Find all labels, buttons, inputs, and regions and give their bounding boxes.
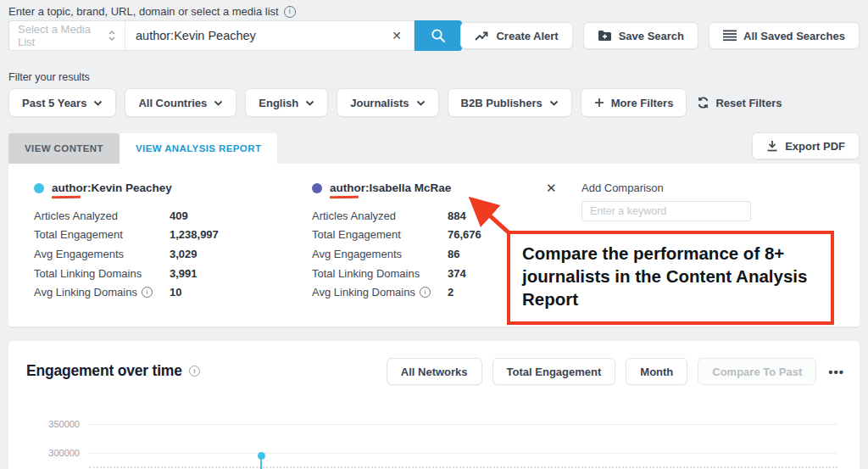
plus-icon	[594, 98, 604, 108]
chart-line-segment	[260, 459, 262, 469]
info-icon[interactable]: i	[142, 287, 153, 298]
clear-search-icon[interactable]: ✕	[390, 29, 403, 42]
more-filters-label: More Filters	[611, 97, 674, 109]
engagement-title: Engagement over time i	[26, 362, 200, 380]
stat-row: Total Engagement 1,238,997	[34, 226, 297, 245]
stat-row: Articles Analyzed 884	[312, 206, 575, 226]
stat-label-text: Avg Linking Domains	[34, 286, 137, 299]
series-2-color-dot	[312, 183, 322, 193]
stat-value: 884	[448, 209, 466, 222]
more-filters-button[interactable]: More Filters	[581, 88, 687, 117]
chevron-down-icon	[549, 100, 559, 106]
view-tabs: VIEW CONTENT VIEW ANALYSIS REPORT	[8, 133, 277, 164]
stat-value: 409	[170, 209, 188, 222]
y-axis-tick: 300000	[36, 448, 80, 458]
filter-results-label: Filter your results	[8, 71, 90, 83]
total-engagement-button[interactable]: Total Engagement	[492, 358, 616, 385]
download-icon	[766, 140, 778, 152]
search-bar: Select a Media List ✕	[8, 20, 462, 51]
search-icon	[430, 27, 447, 44]
create-alert-button[interactable]: Create Alert	[460, 22, 572, 49]
stat-row: Avg Linking Domains i 10	[34, 282, 297, 302]
tab-view-analysis-report[interactable]: VIEW ANALYSIS REPORT	[120, 133, 277, 164]
export-pdf-label: Export PDF	[785, 140, 845, 153]
search-section-label: Enter a topic, brand, URL, domain or sel…	[8, 5, 296, 18]
media-list-placeholder: Select a Media List	[18, 23, 108, 48]
stat-label: Total Engagement	[312, 228, 448, 241]
tab-view-content[interactable]: VIEW CONTENT	[8, 133, 120, 164]
dotted-gridline	[89, 466, 837, 468]
stat-label: Avg Linking Domains i	[312, 286, 448, 299]
engagement-card: Engagement over time i All Networks Tota…	[8, 341, 860, 469]
month-button[interactable]: Month	[626, 358, 687, 385]
filter-journalists[interactable]: Journalists	[337, 88, 438, 117]
filter-date-range-label: Past 5 Years	[22, 97, 86, 109]
stat-value: 10	[170, 286, 181, 299]
filter-publishers-label: B2B Publishers	[461, 97, 542, 109]
series-1-stats: Articles Analyzed 409 Total Engagement 1…	[34, 206, 297, 302]
stat-label: Avg Engagements	[312, 248, 448, 260]
filter-language-label: English	[259, 97, 298, 109]
compare-to-past-button[interactable]: Compare To Past	[698, 358, 816, 385]
create-alert-label: Create Alert	[496, 30, 558, 42]
stat-value: 3,991	[170, 267, 198, 280]
series-1-color-dot	[34, 183, 44, 193]
more-options-icon[interactable]: •••	[828, 365, 844, 379]
engagement-title-text: Engagement over time	[26, 362, 182, 380]
app-root: Enter a topic, brand, URL, domain or sel…	[0, 0, 868, 469]
list-lines-icon	[723, 30, 737, 42]
info-icon[interactable]: i	[189, 366, 200, 377]
gridline	[89, 424, 837, 425]
stat-label: Articles Analyzed	[312, 209, 448, 222]
folder-plus-icon	[598, 30, 612, 42]
search-query-box: ✕	[125, 20, 415, 51]
search-button[interactable]	[415, 20, 462, 51]
filter-language[interactable]: English	[245, 88, 328, 117]
red-scribble-underline	[330, 196, 359, 198]
chevron-down-icon	[93, 100, 103, 106]
stat-label: Total Engagement	[34, 228, 170, 241]
export-pdf-button[interactable]: Export PDF	[752, 132, 860, 159]
chevron-down-icon	[416, 100, 426, 106]
filter-countries-label: All Countries	[138, 97, 207, 109]
top-actions: Create Alert Save Search All Saved Searc…	[460, 22, 860, 49]
all-networks-button[interactable]: All Networks	[387, 358, 482, 385]
stat-label: Total Linking Domains	[34, 267, 170, 280]
gridline	[89, 453, 837, 454]
chevron-down-icon	[305, 100, 314, 106]
red-scribble-underline	[52, 196, 81, 198]
filter-date-range[interactable]: Past 5 Years	[8, 88, 116, 117]
comparison-series-1: author:Kevin Peachey Articles Analyzed 4…	[34, 181, 297, 302]
search-label-text: Enter a topic, brand, URL, domain or sel…	[8, 5, 279, 18]
filter-publishers[interactable]: B2B Publishers	[448, 88, 572, 117]
close-comparison-icon[interactable]: ✕	[546, 181, 557, 196]
stat-value: 1,238,997	[170, 228, 219, 241]
info-icon[interactable]: i	[420, 287, 431, 298]
add-comparison-label: Add Comparison	[581, 181, 751, 194]
stat-label: Total Linking Domains	[312, 267, 448, 280]
stat-value: 76,676	[448, 228, 481, 241]
series-2-name: author:Isabella McRae	[330, 181, 451, 194]
trending-up-icon	[475, 31, 489, 42]
reset-filters-label: Reset Filters	[715, 97, 782, 109]
add-comparison: Add Comparison	[581, 181, 751, 221]
stat-row: Total Linking Domains 3,991	[34, 264, 297, 283]
y-axis-tick: 350000	[36, 419, 80, 429]
filter-countries[interactable]: All Countries	[125, 88, 236, 117]
stat-value: 3,029	[170, 248, 198, 260]
info-icon[interactable]: i	[284, 6, 296, 18]
reset-filters-button[interactable]: Reset Filters	[697, 97, 782, 109]
save-search-button[interactable]: Save Search	[583, 22, 698, 49]
stat-label: Avg Linking Domains i	[34, 286, 170, 299]
annotation-callout: Compare the performance of 8+ journalist…	[507, 231, 834, 325]
updown-chevron-icon	[108, 30, 116, 42]
stat-value: 86	[448, 248, 459, 260]
stat-row: Avg Engagements 3,029	[34, 244, 297, 264]
media-list-select[interactable]: Select a Media List	[8, 20, 125, 51]
search-input[interactable]	[136, 29, 390, 42]
stat-value: 2	[448, 286, 453, 299]
add-comparison-input[interactable]	[581, 201, 751, 221]
all-saved-searches-button[interactable]: All Saved Searches	[709, 22, 860, 49]
all-saved-searches-label: All Saved Searches	[743, 30, 845, 42]
filter-journalists-label: Journalists	[350, 97, 409, 109]
